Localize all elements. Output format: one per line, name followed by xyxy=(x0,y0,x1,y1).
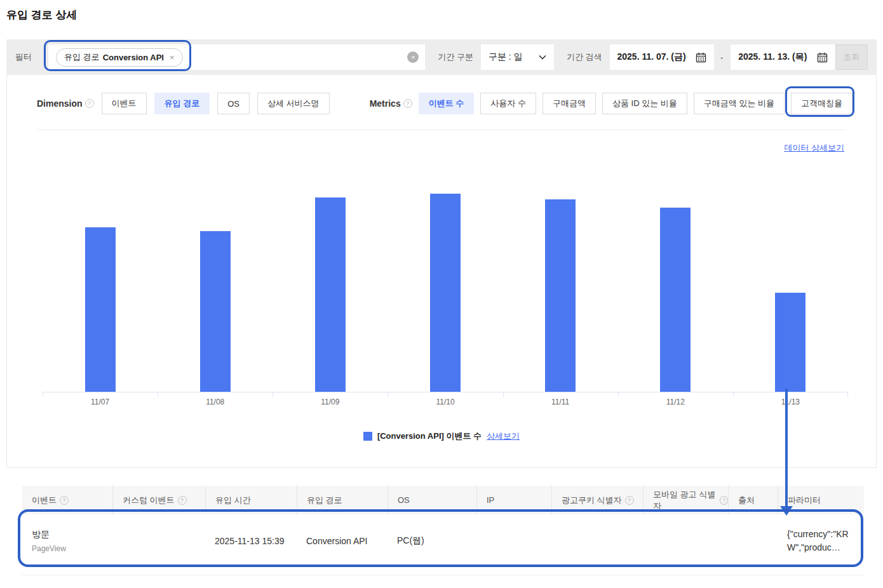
table-cell-1 xyxy=(112,514,205,567)
calendar-icon[interactable] xyxy=(696,52,706,63)
table-row[interactable]: 방문PageView2025-11-13 15:39Conversion API… xyxy=(22,514,864,567)
chevron-down-icon xyxy=(539,55,546,60)
filter-bar: 필터 유입 경로 Conversion API × × 기간 구분 구분 : 일… xyxy=(6,39,877,75)
help-icon[interactable]: ? xyxy=(720,496,728,505)
dimension-button-3[interactable]: 상세 서비스명 xyxy=(257,93,330,114)
annotation-arrow xyxy=(785,389,788,507)
events-table: 이벤트?커스텀 이벤트?유입 시간유입 경로OSIP광고쿠키 식별자?모바일 광… xyxy=(22,486,864,567)
column-header-2: 유입 시간 xyxy=(205,486,297,514)
bar-11/07[interactable] xyxy=(85,227,116,392)
help-icon[interactable]: ? xyxy=(85,99,94,108)
page-title: 유입 경로 상세 xyxy=(6,8,77,22)
table-body: 방문PageView2025-11-13 15:39Conversion API… xyxy=(22,514,864,567)
calendar-icon[interactable] xyxy=(817,52,828,63)
table-cell-9: {"currency":"KRW","produc… xyxy=(778,514,864,567)
metrics-label: Metrics ? xyxy=(370,98,412,109)
help-icon[interactable]: ? xyxy=(178,496,187,505)
axis-tick xyxy=(43,392,43,397)
axis-tick xyxy=(847,392,848,397)
dimension-button-0[interactable]: 이벤트 xyxy=(102,93,147,114)
bar-11/09[interactable] xyxy=(315,197,346,392)
table-cell-8 xyxy=(728,514,778,567)
axis-tick xyxy=(733,392,734,397)
metric-button-5[interactable]: 고객매칭율 xyxy=(791,93,853,114)
date-from-input[interactable]: 2025. 11. 07. (금) xyxy=(610,44,714,70)
column-header-label: 파라미터 xyxy=(788,495,821,506)
filter-chip-value: Conversion API xyxy=(103,53,164,62)
date-to-value: 2025. 11. 13. (목) xyxy=(738,51,807,63)
date-to-input[interactable]: 2025. 11. 13. (목) xyxy=(731,44,835,70)
dimension-label: Dimension ? xyxy=(37,98,94,109)
period-search-label: 기간 검색 xyxy=(567,51,602,63)
filter-input[interactable]: 유입 경로 Conversion API × × xyxy=(48,44,425,70)
bar-11/10[interactable] xyxy=(430,194,461,392)
metric-button-2[interactable]: 구매금액 xyxy=(543,93,596,114)
column-header-label: 커스텀 이벤트 xyxy=(123,495,175,506)
bar-chart: 11/0711/0811/0911/1011/1111/1211/13 xyxy=(43,159,848,392)
x-axis-label: 11/12 xyxy=(618,398,732,406)
legend-detail-link[interactable]: 상세보기 xyxy=(487,431,520,442)
search-button[interactable]: 조회 xyxy=(835,44,868,70)
dimension-group: Dimension ? 이벤트유입 경로OS상세 서비스명 xyxy=(37,93,330,114)
period-type-value: 구분 : 일 xyxy=(489,51,523,63)
metrics-group: Metrics ? 이벤트 수사용자 수구매금액상품 ID 있는 비율구매금액 … xyxy=(370,93,853,114)
help-icon[interactable]: ? xyxy=(60,496,69,505)
x-axis-label: 11/09 xyxy=(273,398,388,406)
table-cell-0: 방문PageView xyxy=(22,514,112,567)
cell-value: {"currency":"KRW","produc… xyxy=(787,528,850,554)
table-cell-3: Conversion API xyxy=(297,514,388,567)
column-header-label: 유입 시간 xyxy=(215,495,251,506)
metric-button-0[interactable]: 이벤트 수 xyxy=(419,93,475,114)
column-header-8: 출처 xyxy=(728,486,778,514)
cell-value: PC(웹) xyxy=(397,535,476,547)
cell-value: 2025-11-13 15:39 xyxy=(215,536,297,546)
data-detail-link[interactable]: 데이터 상세보기 xyxy=(784,142,844,154)
legend-series-label: [Conversion API] 이벤트 수 xyxy=(377,431,482,442)
column-header-label: 유입 경로 xyxy=(307,495,342,506)
column-header-0: 이벤트? xyxy=(22,486,112,514)
help-icon[interactable]: ? xyxy=(403,99,412,108)
column-header-label: 광고쿠키 식별자 xyxy=(562,495,622,506)
chart-panel: Dimension ? 이벤트유입 경로OS상세 서비스명 Metrics ? … xyxy=(6,75,877,468)
metric-button-1[interactable]: 사용자 수 xyxy=(480,93,536,114)
period-type-select[interactable]: 구분 : 일 xyxy=(481,44,554,70)
axis-tick xyxy=(273,392,273,397)
x-axis-label: 11/13 xyxy=(733,398,847,406)
bar-11/11[interactable] xyxy=(545,199,576,392)
x-axis-label: 11/11 xyxy=(503,398,617,406)
dimension-button-2[interactable]: OS xyxy=(217,93,250,114)
dimension-button-1[interactable]: 유입 경로 xyxy=(154,93,210,114)
x-axis-label: 11/07 xyxy=(43,398,158,406)
table-cell-6 xyxy=(551,514,643,567)
column-header-label: 이벤트 xyxy=(32,495,57,506)
dimension-buttons: 이벤트유입 경로OS상세 서비스명 xyxy=(102,93,330,114)
date-from-value: 2025. 11. 07. (금) xyxy=(617,51,686,63)
column-header-1: 커스텀 이벤트? xyxy=(112,486,205,514)
help-icon[interactable]: ? xyxy=(625,496,634,505)
column-header-5: IP xyxy=(476,486,551,514)
x-axis-label: 11/10 xyxy=(388,398,502,406)
column-header-3: 유입 경로 xyxy=(297,486,388,514)
column-header-label: OS xyxy=(398,495,410,505)
bar-11/13[interactable] xyxy=(775,293,805,392)
chart-legend: [Conversion API] 이벤트 수 상세보기 xyxy=(7,431,876,442)
column-header-7: 모바일 광고 식별자? xyxy=(643,486,728,514)
column-header-label: 출처 xyxy=(738,495,755,506)
column-header-4: OS xyxy=(388,486,476,514)
bar-11/08[interactable] xyxy=(200,231,231,392)
filter-clear-icon[interactable]: × xyxy=(407,51,419,63)
bar-11/12[interactable] xyxy=(660,208,691,392)
table-cell-2: 2025-11-13 15:39 xyxy=(205,514,297,567)
axis-tick xyxy=(503,392,504,397)
legend-swatch xyxy=(363,432,372,441)
metric-button-3[interactable]: 상품 ID 있는 비율 xyxy=(602,93,687,114)
metric-button-4[interactable]: 구매금액 있는 비율 xyxy=(694,93,785,114)
axis-tick xyxy=(618,392,619,397)
filter-chip[interactable]: 유입 경로 Conversion API × xyxy=(56,48,183,67)
cell-value: Conversion API xyxy=(306,536,388,546)
divider xyxy=(22,575,864,575)
controls-row: Dimension ? 이벤트유입 경로OS상세 서비스명 Metrics ? … xyxy=(37,93,853,114)
filter-label: 필터 xyxy=(15,51,32,63)
chip-remove-icon[interactable]: × xyxy=(170,53,175,62)
inflow-path-detail-page: 유입 경로 상세 필터 유입 경로 Conversion API × × 기간 … xyxy=(0,0,883,588)
